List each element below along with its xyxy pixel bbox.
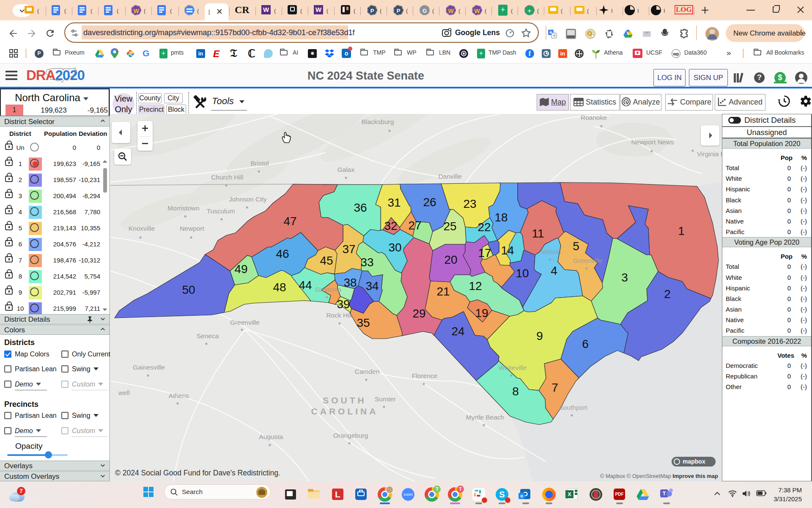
svg-text:25: 25 [443,220,456,233]
svg-text:Gastonia: Gastonia [315,286,341,293]
svg-text:36: 36 [354,201,367,214]
svg-text:23: 23 [463,197,476,210]
svg-text:Camden: Camden [355,368,380,375]
svg-text:5: 5 [573,240,579,253]
svg-text:Athens: Athens [169,392,189,399]
svg-text:10: 10 [516,267,529,280]
svg-text:48: 48 [273,281,286,294]
svg-text:Seneca: Seneca [197,332,219,340]
svg-text:49: 49 [234,262,247,276]
svg-text:31: 31 [387,196,401,209]
svg-text:Bristol: Bristol [250,160,269,167]
svg-text:6: 6 [582,337,589,351]
svg-text:8: 8 [512,385,519,398]
svg-text:2: 2 [664,287,671,301]
svg-text:38: 38 [343,276,357,289]
svg-text:47: 47 [283,215,296,228]
svg-text:Johnson City: Johnson City [229,196,267,203]
svg-text:34: 34 [365,279,379,293]
svg-text:24: 24 [451,325,464,338]
svg-text:37: 37 [342,243,355,256]
svg-text:29: 29 [412,307,425,320]
svg-text:Church Hill: Church Hill [211,174,243,181]
svg-text:CAROLINA: CAROLINA [311,406,379,416]
svg-text:27: 27 [408,219,421,232]
svg-text:20: 20 [444,253,457,266]
svg-text:18: 18 [494,211,508,224]
svg-text:Wilson: Wilson [541,248,561,255]
svg-text:21: 21 [436,285,450,298]
svg-text:Roanoke: Roanoke [581,114,607,121]
svg-text:Sumter: Sumter [375,395,396,403]
svg-text:Newport: Newport [180,225,204,232]
svg-text:Danville: Danville [438,173,461,180]
svg-text:Southport: Southport [559,404,587,411]
svg-text:4: 4 [551,264,557,277]
svg-text:7: 7 [551,381,558,394]
svg-text:Augusta: Augusta [259,433,283,440]
svg-text:33: 33 [360,256,373,269]
svg-text:Greenville: Greenville [573,257,603,264]
svg-text:11: 11 [532,227,544,240]
svg-text:Virginia Bea: Virginia Bea [697,150,722,157]
svg-text:50: 50 [182,283,195,296]
svg-text:Florence: Florence [412,372,437,379]
svg-text:32: 32 [384,219,397,232]
svg-text:17: 17 [478,246,491,260]
svg-text:14: 14 [501,244,514,257]
svg-text:Morristown: Morristown [167,204,200,212]
svg-text:Newport News: Newport News [631,138,674,146]
svg-text:26: 26 [423,196,436,209]
svg-text:Galax: Galax [337,166,355,173]
svg-text:19: 19 [475,306,488,320]
svg-text:Rock Hill: Rock Hill [326,312,352,319]
svg-text:Greenville: Greenville [230,319,260,326]
svg-text:45: 45 [320,254,333,267]
svg-text:3: 3 [621,271,628,284]
svg-text:39: 39 [337,298,350,311]
svg-text:35: 35 [357,316,370,329]
svg-text:9: 9 [536,329,543,342]
svg-text:44: 44 [299,279,312,292]
svg-text:well: well [118,389,130,396]
svg-text:30: 30 [388,241,401,254]
svg-text:Blacksburg: Blacksburg [362,118,394,125]
svg-text:Tusculum: Tusculum [207,207,235,215]
svg-text:Knoxville: Knoxville [129,225,155,232]
svg-text:Whiteville: Whiteville [499,364,527,371]
svg-text:Myrtle Beach: Myrtle Beach [466,414,504,421]
svg-text:Gainesville: Gainesville [133,364,165,371]
svg-text:46: 46 [276,247,289,260]
svg-text:Orangeburg: Orangeburg [333,432,368,439]
svg-text:12: 12 [469,279,482,293]
svg-text:1: 1 [678,224,685,237]
svg-text:SOUTH: SOUTH [323,395,367,405]
svg-text:22: 22 [477,221,491,234]
